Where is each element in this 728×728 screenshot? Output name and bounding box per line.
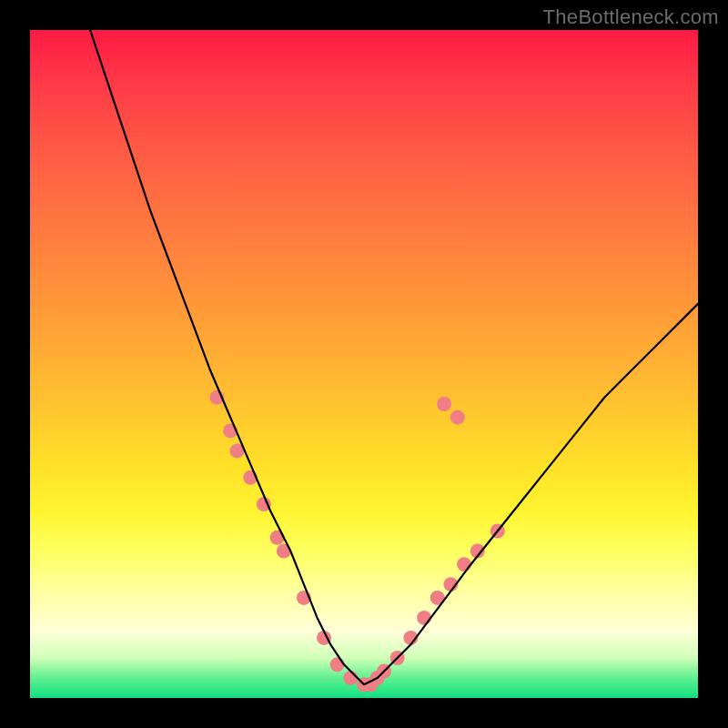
data-point xyxy=(457,557,471,571)
plot-area xyxy=(30,30,698,698)
bottleneck-curve xyxy=(90,30,698,684)
chart-overlay xyxy=(30,30,698,698)
data-point xyxy=(437,397,451,411)
scatter-markers xyxy=(210,390,505,693)
watermark-text: TheBottleneck.com xyxy=(543,5,719,29)
chart-frame: TheBottleneck.com xyxy=(0,0,728,728)
data-point xyxy=(417,611,431,625)
data-point xyxy=(343,671,358,685)
data-point xyxy=(330,657,345,672)
data-point xyxy=(450,410,465,425)
